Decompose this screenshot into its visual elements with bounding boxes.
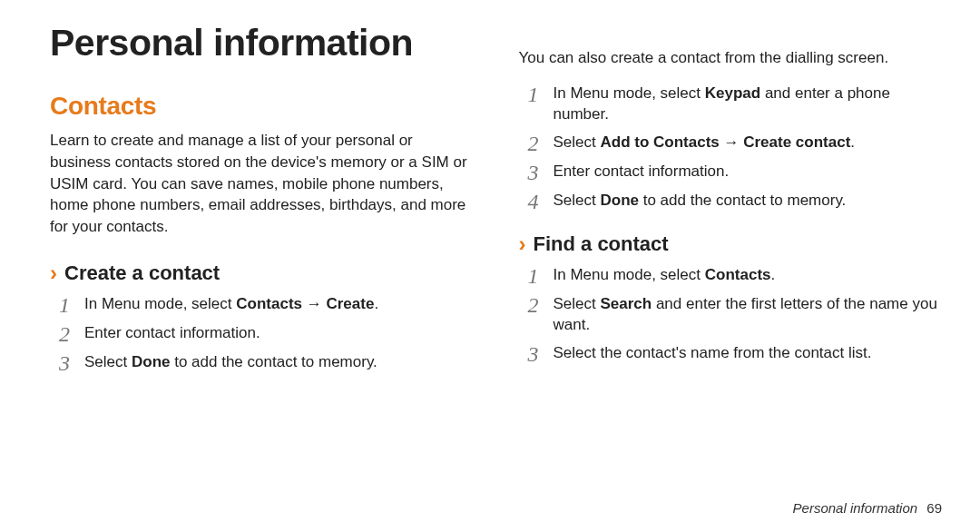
list-item: 2 Enter contact information. [59,323,475,345]
step-text: Enter contact information. [554,162,945,182]
step-text: Select Add to Contacts → Create contact. [554,133,945,153]
step-number: 1 [59,294,84,316]
step-text: In Menu mode, select Contacts → Create. [84,294,475,315]
step-text: In Menu mode, select Keypad and enter a … [554,84,945,125]
page-title: Personal information [50,22,475,64]
create-contact-steps: 1 In Menu mode, select Contacts → Create… [50,294,475,374]
step-text: Enter contact information. [84,323,475,344]
page-footer: Personal information 69 [793,500,942,516]
find-contact-title: Find a contact [534,232,669,255]
step-number: 3 [59,352,84,374]
list-item: 1 In Menu mode, select Contacts. [528,265,945,287]
list-item: 1 In Menu mode, select Keypad and enter … [528,84,945,125]
chevron-right-icon: › [50,262,57,284]
step-text: In Menu mode, select Contacts. [554,265,945,286]
list-item: 2 Select Search and enter the first lett… [528,294,945,336]
list-item: 3 Enter contact information. [528,162,945,183]
chevron-right-icon: › [519,233,526,255]
step-text: Select Search and enter the first letter… [554,294,945,336]
step-number: 2 [528,294,554,316]
step-number: 1 [528,84,554,105]
find-contact-steps: 1 In Menu mode, select Contacts. 2 Selec… [519,265,945,365]
page-number: 69 [926,500,942,516]
contacts-intro: Learn to create and manage a list of you… [50,130,475,238]
create-contact-title: Create a contact [64,261,220,284]
step-number: 4 [528,191,554,212]
subsection-create-contact: ›Create a contact [50,261,475,285]
list-item: 1 In Menu mode, select Contacts → Create… [59,294,475,316]
step-number: 3 [528,162,554,183]
list-item: 4 Select Done to add the contact to memo… [528,191,945,212]
step-number: 2 [528,133,554,154]
step-number: 2 [59,323,84,345]
left-column: Personal information Contacts Learn to c… [50,22,475,381]
section-title-contacts: Contacts [50,92,475,121]
step-number: 3 [528,343,554,365]
page-content: Personal information Contacts Learn to c… [0,0,980,381]
list-item: 2 Select Add to Contacts → Create contac… [528,133,945,154]
footer-section-label: Personal information [793,500,918,516]
subsection-find-contact: ›Find a contact [519,232,945,256]
step-text: Select the contact's name from the conta… [554,343,945,364]
list-item: 3 Select the contact's name from the con… [528,343,945,365]
dialling-lead: You can also create a contact from the d… [519,47,945,69]
step-text: Select Done to add the contact to memory… [554,191,945,212]
dialling-steps: 1 In Menu mode, select Keypad and enter … [519,84,945,212]
step-text: Select Done to add the contact to memory… [84,352,475,373]
right-column: You can also create a contact from the d… [519,22,945,381]
step-number: 1 [528,265,554,287]
list-item: 3 Select Done to add the contact to memo… [59,352,475,374]
